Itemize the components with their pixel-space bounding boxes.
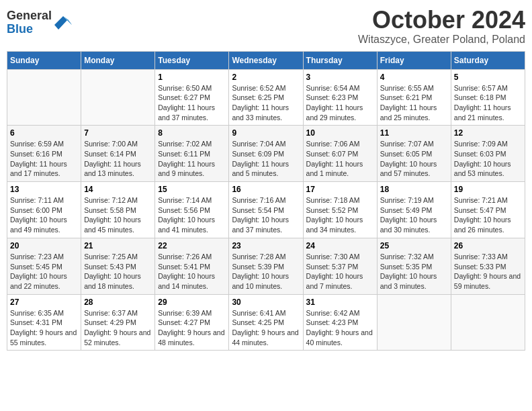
calendar-header-row: SundayMondayTuesdayWednesdayThursdayFrid… <box>7 51 525 69</box>
day-of-week-header: Sunday <box>7 51 81 69</box>
day-of-week-header: Friday <box>377 51 451 69</box>
day-info: Sunrise: 7:09 AM Sunset: 6:03 PM Dayligh… <box>454 139 522 179</box>
calendar-day-cell <box>377 294 451 351</box>
day-number: 18 <box>380 185 448 194</box>
day-info: Sunrise: 7:33 AM Sunset: 5:33 PM Dayligh… <box>454 252 522 291</box>
calendar-day-cell: 7Sunrise: 7:00 AM Sunset: 6:14 PM Daylig… <box>81 126 155 182</box>
calendar-day-cell: 20Sunrise: 7:23 AM Sunset: 5:45 PM Dayli… <box>7 238 81 294</box>
calendar-day-cell <box>81 69 155 126</box>
day-info: Sunrise: 7:14 AM Sunset: 5:56 PM Dayligh… <box>158 195 226 235</box>
day-number: 7 <box>84 128 152 138</box>
day-info: Sunrise: 7:11 AM Sunset: 6:00 PM Dayligh… <box>10 195 78 235</box>
logo-icon <box>53 13 73 33</box>
calendar-day-cell <box>7 69 81 126</box>
calendar-day-cell: 15Sunrise: 7:14 AM Sunset: 5:56 PM Dayli… <box>155 182 229 238</box>
calendar-day-cell: 29Sunrise: 6:39 AM Sunset: 4:27 PM Dayli… <box>155 294 229 351</box>
day-of-week-header: Tuesday <box>155 51 229 69</box>
day-info: Sunrise: 6:57 AM Sunset: 6:18 PM Dayligh… <box>454 83 522 123</box>
day-number: 24 <box>306 241 374 250</box>
day-number: 23 <box>232 241 300 250</box>
day-info: Sunrise: 6:35 AM Sunset: 4:31 PM Dayligh… <box>10 308 78 348</box>
calendar-day-cell: 4Sunrise: 6:55 AM Sunset: 6:21 PM Daylig… <box>377 69 451 126</box>
day-info: Sunrise: 6:50 AM Sunset: 6:27 PM Dayligh… <box>158 83 226 123</box>
calendar-day-cell: 14Sunrise: 7:12 AM Sunset: 5:58 PM Dayli… <box>81 182 155 238</box>
day-number: 14 <box>84 185 152 194</box>
day-number: 31 <box>306 298 374 307</box>
day-info: Sunrise: 7:32 AM Sunset: 5:35 PM Dayligh… <box>380 252 448 291</box>
calendar-day-cell: 21Sunrise: 7:25 AM Sunset: 5:43 PM Dayli… <box>81 238 155 294</box>
calendar-week-row: 1Sunrise: 6:50 AM Sunset: 6:27 PM Daylig… <box>7 69 525 126</box>
day-info: Sunrise: 7:06 AM Sunset: 6:07 PM Dayligh… <box>306 139 374 179</box>
day-number: 25 <box>380 241 448 250</box>
calendar-day-cell: 22Sunrise: 7:26 AM Sunset: 5:41 PM Dayli… <box>155 238 229 294</box>
calendar-day-cell: 10Sunrise: 7:06 AM Sunset: 6:07 PM Dayli… <box>303 126 377 182</box>
day-number: 15 <box>158 185 226 194</box>
day-number: 3 <box>306 73 374 82</box>
day-number: 27 <box>10 298 78 307</box>
day-info: Sunrise: 6:52 AM Sunset: 6:25 PM Dayligh… <box>232 83 300 123</box>
day-number: 19 <box>454 185 522 194</box>
day-number: 12 <box>454 128 522 138</box>
day-info: Sunrise: 7:28 AM Sunset: 5:39 PM Dayligh… <box>232 252 300 291</box>
calendar-day-cell: 18Sunrise: 7:19 AM Sunset: 5:49 PM Dayli… <box>377 182 451 238</box>
day-number: 30 <box>232 298 300 307</box>
calendar-week-row: 13Sunrise: 7:11 AM Sunset: 6:00 PM Dayli… <box>7 182 525 238</box>
day-number: 4 <box>380 73 448 82</box>
day-info: Sunrise: 6:54 AM Sunset: 6:23 PM Dayligh… <box>306 83 374 123</box>
calendar-day-cell: 9Sunrise: 7:04 AM Sunset: 6:09 PM Daylig… <box>229 126 303 182</box>
calendar-day-cell: 30Sunrise: 6:41 AM Sunset: 4:25 PM Dayli… <box>229 294 303 351</box>
svg-marker-0 <box>54 16 72 30</box>
day-info: Sunrise: 7:30 AM Sunset: 5:37 PM Dayligh… <box>306 252 374 291</box>
page-header: General Blue October 2024 Witaszyce, Gre… <box>7 7 525 46</box>
logo-general-text: General <box>7 9 52 23</box>
calendar-day-cell: 12Sunrise: 7:09 AM Sunset: 6:03 PM Dayli… <box>451 126 525 182</box>
day-number: 29 <box>158 298 226 307</box>
calendar-day-cell: 23Sunrise: 7:28 AM Sunset: 5:39 PM Dayli… <box>229 238 303 294</box>
day-info: Sunrise: 7:23 AM Sunset: 5:45 PM Dayligh… <box>10 252 78 291</box>
calendar-day-cell: 16Sunrise: 7:16 AM Sunset: 5:54 PM Dayli… <box>229 182 303 238</box>
day-info: Sunrise: 7:18 AM Sunset: 5:52 PM Dayligh… <box>306 195 374 235</box>
day-number: 10 <box>306 128 374 138</box>
day-number: 17 <box>306 185 374 194</box>
day-number: 5 <box>454 73 522 82</box>
location-title: Witaszyce, Greater Poland, Poland <box>358 34 525 46</box>
day-of-week-header: Thursday <box>303 51 377 69</box>
calendar-day-cell: 1Sunrise: 6:50 AM Sunset: 6:27 PM Daylig… <box>155 69 229 126</box>
day-number: 28 <box>84 298 152 307</box>
day-number: 9 <box>232 128 300 138</box>
day-number: 1 <box>158 73 226 82</box>
calendar-day-cell: 2Sunrise: 6:52 AM Sunset: 6:25 PM Daylig… <box>229 69 303 126</box>
calendar-week-row: 20Sunrise: 7:23 AM Sunset: 5:45 PM Dayli… <box>7 238 525 294</box>
calendar-day-cell: 3Sunrise: 6:54 AM Sunset: 6:23 PM Daylig… <box>303 69 377 126</box>
day-info: Sunrise: 6:39 AM Sunset: 4:27 PM Dayligh… <box>158 308 226 348</box>
calendar-table: SundayMondayTuesdayWednesdayThursdayFrid… <box>7 51 525 351</box>
day-number: 13 <box>10 185 78 194</box>
day-info: Sunrise: 7:02 AM Sunset: 6:11 PM Dayligh… <box>158 139 226 179</box>
day-info: Sunrise: 7:00 AM Sunset: 6:14 PM Dayligh… <box>84 139 152 179</box>
day-info: Sunrise: 6:55 AM Sunset: 6:21 PM Dayligh… <box>380 83 448 123</box>
calendar-day-cell: 25Sunrise: 7:32 AM Sunset: 5:35 PM Dayli… <box>377 238 451 294</box>
day-info: Sunrise: 7:21 AM Sunset: 5:47 PM Dayligh… <box>454 195 522 235</box>
calendar-day-cell: 5Sunrise: 6:57 AM Sunset: 6:18 PM Daylig… <box>451 69 525 126</box>
day-info: Sunrise: 7:04 AM Sunset: 6:09 PM Dayligh… <box>232 139 300 179</box>
calendar-day-cell: 28Sunrise: 6:37 AM Sunset: 4:29 PM Dayli… <box>81 294 155 351</box>
day-info: Sunrise: 7:16 AM Sunset: 5:54 PM Dayligh… <box>232 195 300 235</box>
day-info: Sunrise: 6:42 AM Sunset: 4:23 PM Dayligh… <box>306 308 374 348</box>
month-title: October 2024 <box>358 7 525 34</box>
day-number: 20 <box>10 241 78 250</box>
calendar-day-cell: 24Sunrise: 7:30 AM Sunset: 5:37 PM Dayli… <box>303 238 377 294</box>
logo-blue-text: Blue <box>7 23 52 36</box>
day-info: Sunrise: 7:26 AM Sunset: 5:41 PM Dayligh… <box>158 252 226 291</box>
title-section: October 2024 Witaszyce, Greater Poland, … <box>358 7 525 46</box>
logo: General Blue <box>7 9 73 36</box>
day-number: 8 <box>158 128 226 138</box>
day-info: Sunrise: 7:19 AM Sunset: 5:49 PM Dayligh… <box>380 195 448 235</box>
day-info: Sunrise: 6:59 AM Sunset: 6:16 PM Dayligh… <box>10 139 78 179</box>
day-number: 22 <box>158 241 226 250</box>
day-of-week-header: Monday <box>81 51 155 69</box>
day-number: 21 <box>84 241 152 250</box>
day-of-week-header: Wednesday <box>229 51 303 69</box>
day-number: 2 <box>232 73 300 82</box>
calendar-day-cell: 26Sunrise: 7:33 AM Sunset: 5:33 PM Dayli… <box>451 238 525 294</box>
calendar-day-cell: 8Sunrise: 7:02 AM Sunset: 6:11 PM Daylig… <box>155 126 229 182</box>
